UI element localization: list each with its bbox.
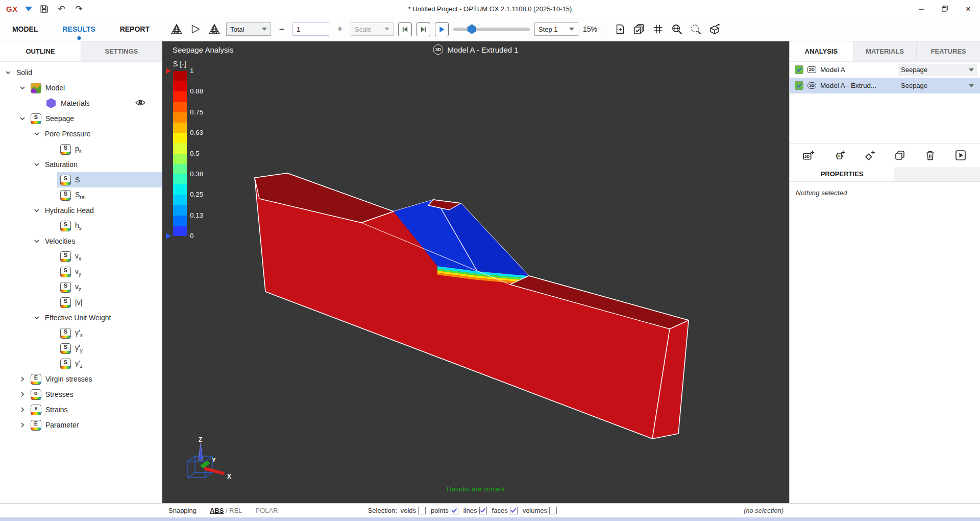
- legend-min-marker[interactable]: [166, 233, 171, 239]
- chevron-right-icon[interactable]: [19, 407, 31, 413]
- chevron-down-icon[interactable]: [34, 161, 45, 168]
- tree-item-stresses[interactable]: σStresses: [0, 387, 162, 402]
- tab-settings[interactable]: SETTINGS: [81, 41, 162, 61]
- play-button[interactable]: [435, 22, 449, 36]
- tree-item-h[interactable]: Shs: [0, 218, 162, 233]
- chevron-down-icon[interactable]: [34, 315, 45, 321]
- polar-toggle[interactable]: POLAR: [256, 507, 278, 514]
- chevron-down-icon[interactable]: [34, 131, 45, 137]
- legend-max-marker[interactable]: [166, 68, 171, 74]
- chevron-down-icon[interactable]: [34, 238, 45, 244]
- analysis-type-dropdown[interactable]: Seepage: [898, 80, 977, 92]
- undo-icon[interactable]: ↶: [57, 4, 67, 14]
- multiplier-input[interactable]: 1: [292, 22, 329, 36]
- grid-icon[interactable]: [651, 22, 665, 36]
- step-dropdown[interactable]: Step 1: [534, 22, 578, 36]
- chevron-down-icon[interactable]: [34, 207, 45, 214]
- properties-header[interactable]: PROPERTIES: [790, 167, 894, 181]
- minimize-button[interactable]: ─: [910, 0, 933, 17]
- scale-dropdown[interactable]: Scale: [351, 22, 394, 36]
- tree-item-[interactable]: Sγ'z: [0, 356, 162, 371]
- tab-model[interactable]: MODEL: [11, 23, 39, 35]
- selection-filter-voids[interactable]: voids: [401, 507, 426, 514]
- tree-item-v[interactable]: Svz: [0, 279, 162, 295]
- decrease-button[interactable]: −: [276, 23, 288, 35]
- chevron-down-icon[interactable]: [5, 69, 16, 76]
- analysis-row-2d[interactable]: 2DModel ASeepage: [790, 62, 980, 78]
- close-button[interactable]: ✕: [957, 0, 980, 17]
- run-analysis-icon[interactable]: [953, 148, 968, 163]
- step-first-button[interactable]: [398, 22, 412, 36]
- maximize-button[interactable]: [933, 0, 957, 17]
- slider-track[interactable]: [453, 28, 530, 31]
- abs-label[interactable]: ABS: [210, 507, 224, 514]
- tree-item-[interactable]: Sγ'x: [0, 325, 162, 341]
- tree-item-saturation[interactable]: Saturation: [0, 157, 162, 172]
- rel-label[interactable]: REL: [229, 507, 242, 514]
- redo-icon[interactable]: ↷: [74, 4, 84, 14]
- chevron-right-icon[interactable]: [19, 391, 31, 397]
- tree-item-s[interactable]: SSrel: [0, 187, 162, 203]
- analysis-enabled-checkbox[interactable]: [795, 81, 803, 90]
- add-stage-icon[interactable]: [862, 148, 877, 163]
- tree-item-strains[interactable]: εStrains: [0, 402, 162, 417]
- tab-features[interactable]: FEATURES: [916, 41, 980, 61]
- tree-item-materials[interactable]: Materials: [0, 96, 162, 111]
- zoom-mesh-icon[interactable]: [670, 22, 684, 36]
- tab-analysis[interactable]: ANALYSIS: [790, 41, 853, 61]
- tree-item-s[interactable]: SS: [0, 172, 162, 187]
- tab-materials[interactable]: MATERIALS: [853, 41, 917, 61]
- result-type-dropdown[interactable]: Total: [226, 22, 271, 36]
- tree-item-porepressure[interactable]: Pore Pressure: [0, 126, 162, 141]
- filter-checkbox[interactable]: [418, 507, 426, 514]
- tree-item-p[interactable]: Sps: [0, 141, 162, 157]
- tree-item-velocities[interactable]: Velocities: [0, 233, 162, 249]
- selection-filter-volumes[interactable]: volumes: [523, 507, 557, 514]
- tree-item-[interactable]: Sγ'y: [0, 341, 162, 356]
- tree-item-seepage[interactable]: SSeepage: [0, 111, 162, 126]
- step-last-button[interactable]: [416, 22, 430, 36]
- unfold-box-icon[interactable]: [707, 22, 722, 36]
- increase-button[interactable]: +: [334, 23, 346, 35]
- app-menu-arrow-icon[interactable]: [25, 7, 32, 11]
- filter-checkbox[interactable]: [479, 507, 487, 514]
- tab-results[interactable]: RESULTS: [61, 23, 96, 35]
- tree-item-v[interactable]: Svy: [0, 264, 162, 279]
- zoom-window-icon[interactable]: [689, 22, 703, 36]
- tree-item-solid[interactable]: Solid: [0, 65, 162, 80]
- snapping-toggle[interactable]: Snapping: [168, 507, 197, 514]
- analysis-row-3d[interactable]: 3DModel A - Extrud...Seepage: [790, 78, 980, 93]
- tab-outline[interactable]: OUTLINE: [0, 41, 81, 61]
- mesh-result-triangle-icon[interactable]: [207, 22, 222, 36]
- duplicate-icon[interactable]: [892, 148, 908, 163]
- selection-filter-faces[interactable]: faces: [492, 507, 518, 514]
- viewport-3d[interactable]: Seepage Analysis 3D Model A - Extruded 1…: [162, 41, 789, 503]
- selection-filter-points[interactable]: points: [431, 507, 458, 514]
- tree-item-virginstresses[interactable]: EVirgin stresses: [0, 371, 162, 387]
- add-3d-model-icon[interactable]: 3D: [831, 148, 847, 163]
- new-view-icon[interactable]: [613, 22, 627, 36]
- model-canvas[interactable]: [162, 41, 789, 503]
- tree-item-hydraulichead[interactable]: Hydraulic Head: [0, 203, 162, 218]
- slider-handle[interactable]: [468, 25, 476, 34]
- filter-checkbox[interactable]: [510, 507, 518, 514]
- tab-report[interactable]: REPORT: [119, 23, 151, 35]
- chevron-right-icon[interactable]: [19, 422, 31, 428]
- filter-checkbox[interactable]: [451, 507, 458, 514]
- tree-item-model[interactable]: Model: [0, 80, 162, 96]
- view-layers-check-icon[interactable]: [632, 22, 646, 36]
- add-2d-model-icon[interactable]: 2D: [801, 148, 817, 163]
- tree-item-effectiveunitweight[interactable]: Effective Unit Weight: [0, 310, 162, 325]
- tree-item-parameter[interactable]: EParameter: [0, 417, 162, 433]
- chevron-right-icon[interactable]: [19, 376, 31, 382]
- filter-checkbox[interactable]: [549, 507, 557, 514]
- analysis-type-dropdown[interactable]: Seepage: [898, 64, 977, 76]
- chevron-down-icon[interactable]: [19, 85, 31, 91]
- abs-rel-toggle[interactable]: ABS / REL: [210, 507, 242, 514]
- element-triangle-icon[interactable]: [188, 22, 203, 36]
- delete-icon[interactable]: [923, 148, 938, 163]
- visibility-eye-icon[interactable]: [135, 99, 145, 108]
- selection-filter-lines[interactable]: lines: [463, 507, 487, 514]
- mesh-triangle-icon[interactable]: [169, 22, 184, 36]
- step-slider[interactable]: [453, 22, 530, 36]
